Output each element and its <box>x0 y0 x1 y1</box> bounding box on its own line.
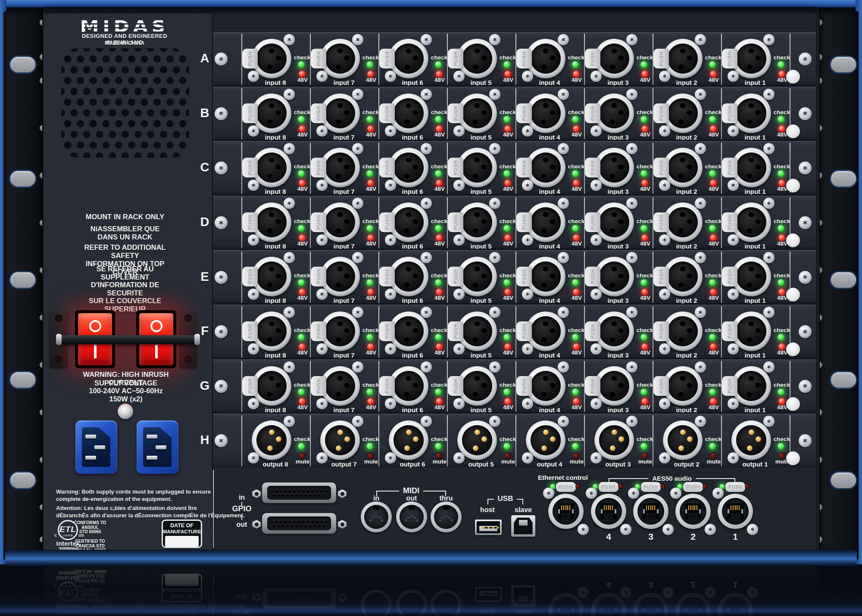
xlr-hole <box>472 118 478 124</box>
aes50-port-2[interactable] <box>675 494 711 529</box>
torx-screw: ✶ <box>626 143 637 154</box>
gpio-out-connector[interactable] <box>262 513 336 534</box>
torx-screw: ✶ <box>215 434 228 447</box>
push-tab-text: PUSH <box>659 160 664 175</box>
xlr-push-tab: PUSH <box>448 376 463 396</box>
jack-label: input 3 <box>607 297 628 304</box>
module-divider <box>515 415 516 467</box>
aes50-port-1[interactable] <box>718 494 753 529</box>
push-tab-text: PUSH <box>727 378 732 393</box>
xlr-face <box>394 207 424 237</box>
iec-power-inlet-1[interactable] <box>75 420 117 474</box>
led-label-top: check <box>568 218 584 224</box>
ethernet-control-port[interactable] <box>548 494 584 529</box>
torx-screw: ✶ <box>522 180 533 191</box>
led-label-bottom: 48V <box>297 404 308 411</box>
xlr-hole <box>541 281 547 287</box>
input-module: PUSH✶✶check48Vinput 5 <box>447 359 515 414</box>
gpio-in-connector[interactable] <box>262 482 336 503</box>
torx-screw: ✶ <box>489 307 500 318</box>
xlr-hole <box>275 327 281 333</box>
torx-screw: ✶ <box>352 143 363 154</box>
xlr-push-tab: PUSH <box>448 103 463 123</box>
usb-a-contacts <box>483 527 499 529</box>
aes50-port-4[interactable] <box>591 494 626 529</box>
xlr-hole <box>755 218 761 224</box>
led-label-top: check <box>500 109 516 115</box>
xlr-face <box>256 371 287 401</box>
xlr-hole <box>275 218 281 224</box>
jack-label: input 1 <box>744 352 765 359</box>
midi-thru-connector[interactable] <box>431 501 462 532</box>
usb-host-port[interactable] <box>475 520 502 535</box>
jack-label: input 3 <box>607 243 628 250</box>
xlr-face <box>736 261 766 292</box>
xlr-hole <box>543 265 549 271</box>
rack-slot <box>10 272 35 288</box>
midi-out-connector[interactable] <box>396 501 427 532</box>
check-led <box>435 279 442 286</box>
led-label-top: check <box>431 327 447 333</box>
led-label-bottom: 48V <box>709 295 719 301</box>
check-led <box>366 170 373 177</box>
ethercon-push-tab: PUSH <box>641 482 661 492</box>
led-label-bottom: 48V <box>434 186 445 192</box>
row-label-G: G <box>197 379 212 393</box>
aes50-port-3[interactable] <box>633 494 668 529</box>
xlr-push-tab: PUSH <box>516 103 532 123</box>
torx-screw: ✶ <box>620 524 631 535</box>
xlr-pin <box>276 436 281 442</box>
xlr-hole <box>618 54 624 60</box>
torx-screw: ✶ <box>747 524 758 535</box>
xlr-hole <box>543 211 549 217</box>
torx-screw: ✶ <box>659 289 670 300</box>
torx-screw: ✶ <box>316 180 328 191</box>
input-module: PUSH✶✶check48Vinput 4 <box>515 250 584 305</box>
xlr-hole <box>337 320 343 326</box>
torx-screw: ✶ <box>695 252 706 263</box>
jack-label: input 6 <box>402 188 423 195</box>
guard-pivot <box>56 334 62 345</box>
torx-screw: ✶ <box>728 289 739 300</box>
din-keyway <box>409 506 415 510</box>
led-label-bottom: mute <box>364 458 378 465</box>
led-label-bottom: 48V <box>709 77 719 83</box>
rack-slot <box>831 372 856 388</box>
xlr-hole <box>680 375 686 381</box>
xlr-hole <box>404 227 410 233</box>
torx-screw: ✶ <box>763 361 775 373</box>
jack-label: output 6 <box>400 460 425 468</box>
xlr-push-tab: PUSH <box>653 103 669 123</box>
usb-slave-port[interactable] <box>511 515 535 537</box>
midi-in-connector[interactable] <box>361 501 392 532</box>
xlr-hole <box>335 172 341 178</box>
torx-screw: ✶ <box>421 361 432 373</box>
torx-screw: ✶ <box>284 89 295 100</box>
torx-screw: ✶ <box>489 143 500 154</box>
xlr-push-tab: PUSH <box>516 267 532 286</box>
torx-screw: ✶ <box>522 452 533 464</box>
iec-power-inlet-2[interactable] <box>137 420 178 474</box>
ethercon-face <box>680 498 706 525</box>
led-label-bottom: 48V <box>366 186 376 192</box>
xlr-hole <box>275 382 281 388</box>
xlr-hole <box>748 320 754 326</box>
gpio-in-label: in <box>239 494 245 501</box>
push-tab-text: PUSH <box>384 324 390 339</box>
xlr-hole <box>543 375 549 381</box>
check-led <box>640 170 647 177</box>
push-tab-text: PUSH <box>522 269 527 284</box>
usb-host-label: host <box>480 506 495 514</box>
torx-screw: ✶ <box>248 398 259 409</box>
din-face <box>400 505 424 529</box>
led-label-bottom: 48V <box>640 404 650 411</box>
push-tab-text: PUSH <box>453 269 458 284</box>
xlr-hole <box>611 265 617 271</box>
check-led <box>709 61 716 68</box>
xlr-hole <box>474 102 480 108</box>
xlr-hole <box>746 63 753 69</box>
fuse-dome[interactable] <box>118 404 133 419</box>
torx-screw: ✶ <box>590 343 602 355</box>
led-label-top: check <box>431 163 447 170</box>
jack-label: input 7 <box>333 406 354 414</box>
